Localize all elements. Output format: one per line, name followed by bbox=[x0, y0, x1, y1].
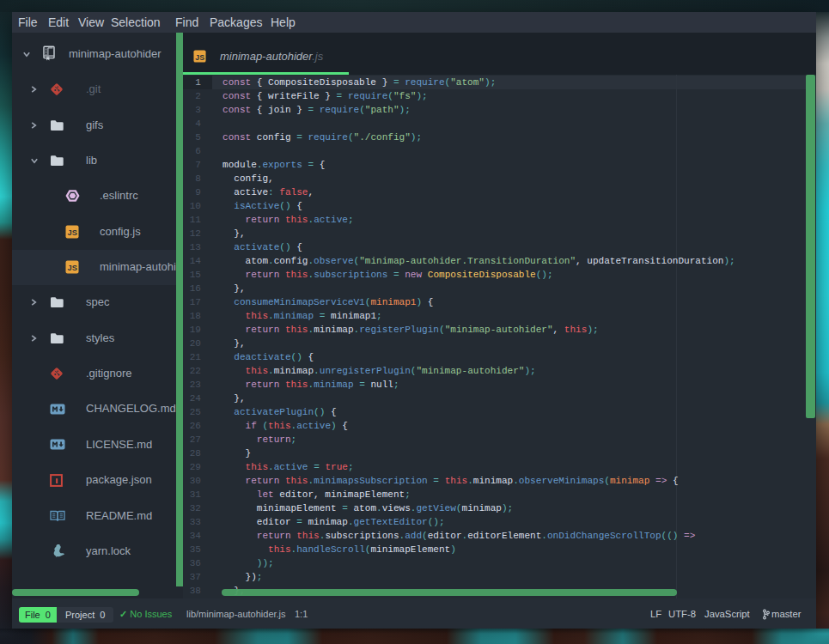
svg-text:JS: JS bbox=[195, 53, 204, 62]
svg-text:JS: JS bbox=[68, 264, 77, 272]
svg-text:JS: JS bbox=[68, 228, 77, 237]
